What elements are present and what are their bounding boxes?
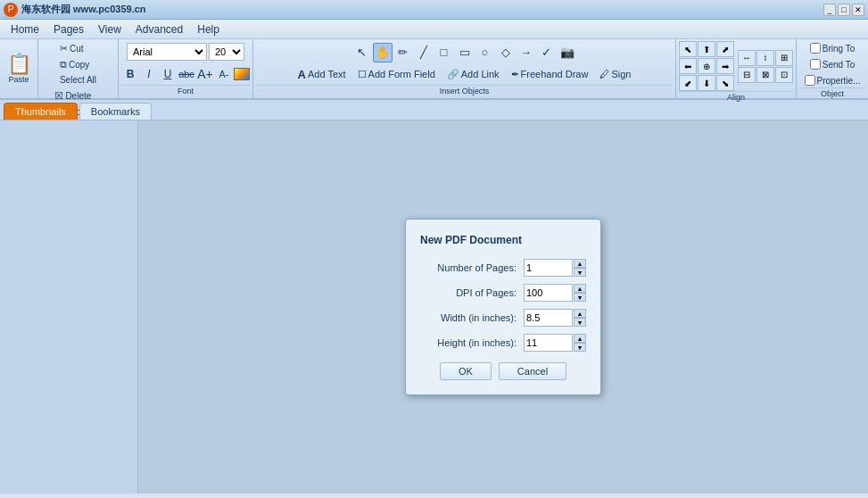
font-family-select[interactable]: Arial	[127, 43, 207, 61]
pencil-tool-button[interactable]: ✏	[393, 43, 413, 62]
align-right-bottom-button[interactable]: ⬊	[716, 75, 734, 91]
addtext-icon: A	[298, 68, 306, 81]
minimize-button[interactable]: _	[823, 4, 836, 16]
title-bar: P 海东软件园 www.pc0359.cn _ □ ✕	[0, 0, 868, 20]
tabs-bar: Thumbnails Bookmarks	[0, 100, 868, 120]
canvas-area: New PDF Document Number of Pages: ▲ ▼ DP…	[138, 120, 868, 494]
send-to-button[interactable]: Send To	[806, 57, 859, 71]
font-shrink-button[interactable]: A-	[215, 65, 233, 83]
align-center-bottom-button[interactable]: ⬇	[698, 75, 715, 91]
underline-button[interactable]: U	[159, 65, 177, 83]
select-tool-button[interactable]: ↖	[352, 43, 372, 62]
ok-button[interactable]: OK	[440, 362, 492, 380]
height-spinner: ▲ ▼	[574, 334, 586, 352]
tools-row1: ↖ ✋ ✏ ╱ □ ▭ ○ ◇ → ✓ 📷	[352, 43, 577, 62]
freehand-draw-button[interactable]: ✒ Freehand Draw	[506, 66, 594, 83]
maximize-button[interactable]: □	[838, 4, 850, 16]
window-controls: _ □ ✕	[823, 4, 864, 16]
roundrect-tool-button[interactable]: ▭	[455, 43, 475, 62]
menu-help[interactable]: Help	[190, 21, 227, 37]
align-right-middle-button[interactable]: ➡	[716, 58, 734, 74]
width-spin-up[interactable]: ▲	[574, 309, 586, 318]
addlink-icon: 🔗	[447, 69, 459, 80]
tab-bookmarks[interactable]: Bookmarks	[79, 103, 152, 120]
width-row: Width (in inches): ▲ ▼	[420, 309, 586, 327]
height-input[interactable]	[524, 334, 573, 352]
width-spin-down[interactable]: ▼	[574, 318, 586, 327]
add-link-button[interactable]: 🔗 Add Link	[442, 66, 505, 83]
menu-pages[interactable]: Pages	[46, 21, 91, 37]
pages-spin-up[interactable]: ▲	[574, 259, 586, 268]
dpi-input[interactable]	[524, 284, 573, 302]
select-all-button[interactable]: Select All	[56, 73, 100, 87]
paste-label: Paste	[8, 75, 29, 84]
align-right-top-button[interactable]: ⬈	[716, 41, 734, 57]
dialog-title: New PDF Document	[420, 234, 586, 246]
height-input-wrap: ▲ ▼	[524, 334, 586, 352]
align-grid: ⬉ ⬆ ⬈ ⬅ ⊕ ➡ ⬋ ⬇ ⬊	[679, 41, 734, 91]
height-spin-up[interactable]: ▲	[574, 334, 586, 343]
arrow-tool-button[interactable]: →	[517, 43, 536, 62]
cancel-button[interactable]: Cancel	[499, 362, 566, 380]
pages-spin-down[interactable]: ▼	[574, 268, 586, 277]
width-spinner: ▲ ▼	[574, 309, 586, 327]
tools-row2: A Add Text ☐ Add Form Field 🔗 Add Link ✒…	[293, 65, 637, 84]
width-label: Width (in inches):	[420, 312, 524, 323]
strikethrough-button[interactable]: abc	[178, 65, 195, 83]
add-text-button[interactable]: A Add Text	[293, 65, 351, 84]
properties-button[interactable]: Propertie...	[801, 73, 864, 87]
rect-tool-button[interactable]: □	[434, 43, 454, 62]
align-btn-8[interactable]: ⊠	[756, 67, 774, 83]
color-swatch[interactable]	[234, 68, 250, 80]
check-tool-button[interactable]: ✓	[537, 43, 557, 62]
pages-input-wrap: ▲ ▼	[524, 259, 586, 277]
dpi-spin-up[interactable]: ▲	[574, 284, 586, 293]
italic-button[interactable]: I	[140, 65, 158, 83]
align-btn-7[interactable]: ⊟	[738, 67, 756, 83]
cut-button[interactable]: ✂ Cut	[56, 41, 100, 56]
menu-advanced[interactable]: Advanced	[128, 21, 190, 37]
bring-to-button[interactable]: Bring To	[806, 41, 859, 55]
align-left-bottom-button[interactable]: ⬋	[679, 75, 697, 91]
paste-icon: 📋	[7, 54, 31, 75]
align-left-middle-button[interactable]: ⬅	[679, 58, 697, 74]
sign-button[interactable]: 🖊 Sign	[594, 66, 636, 82]
align-left-top-button[interactable]: ⬉	[679, 41, 697, 57]
paste-button[interactable]: 📋 Paste	[3, 51, 35, 87]
pages-input[interactable]	[524, 259, 573, 277]
tab-thumbnails[interactable]: Thumbnails	[4, 103, 78, 120]
dpi-spinner: ▲ ▼	[574, 284, 586, 302]
camera-tool-button[interactable]: 📷	[558, 43, 577, 62]
align-btn-5[interactable]: ↕	[756, 50, 774, 66]
sidebar	[0, 120, 138, 494]
delete-button[interactable]: ☒ Delete	[51, 88, 104, 104]
diamond-tool-button[interactable]: ◇	[496, 43, 516, 62]
align-center-middle-button[interactable]: ⊕	[698, 58, 715, 74]
align-btn-4[interactable]: ↔	[738, 50, 756, 66]
width-input-wrap: ▲ ▼	[524, 309, 586, 327]
properties-checkbox[interactable]	[805, 75, 815, 86]
close-button[interactable]: ✕	[852, 4, 864, 16]
bring-to-checkbox[interactable]	[810, 43, 821, 54]
font-size-select[interactable]: 20	[209, 43, 244, 61]
font-grow-button[interactable]: A+	[196, 65, 214, 83]
menu-view[interactable]: View	[91, 21, 128, 37]
height-spin-down[interactable]: ▼	[574, 343, 586, 352]
align-btn-9[interactable]: ⊡	[775, 67, 793, 83]
copy-button[interactable]: ⧉ Copy	[56, 57, 100, 72]
ellipse-tool-button[interactable]: ○	[475, 43, 495, 62]
align-center-top-button[interactable]: ⬆	[698, 41, 715, 57]
bold-button[interactable]: B	[121, 65, 139, 83]
edit-section: ✂ Cut ⧉ Copy Select All ☒ Delete ↩	[38, 39, 119, 98]
line-tool-button[interactable]: ╱	[414, 43, 434, 62]
width-input[interactable]	[524, 309, 573, 327]
dpi-spin-down[interactable]: ▼	[574, 293, 586, 302]
pages-row: Number of Pages: ▲ ▼	[420, 259, 586, 277]
align-btn-6[interactable]: ⊞	[775, 50, 793, 66]
copy-icon: ⧉	[60, 59, 67, 71]
hand-tool-button[interactable]: ✋	[373, 43, 393, 62]
dialog-buttons: OK Cancel	[420, 362, 586, 380]
menu-home[interactable]: Home	[4, 21, 46, 37]
add-form-field-button[interactable]: ☐ Add Form Field	[352, 66, 441, 83]
send-to-checkbox[interactable]	[810, 59, 821, 70]
